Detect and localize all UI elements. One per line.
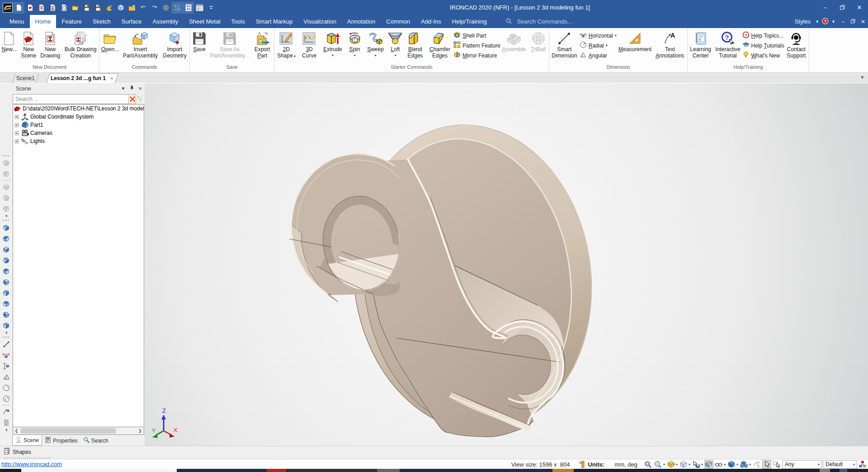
save-part-icon[interactable] [126,2,137,14]
blue-cube-4-icon[interactable] [1,255,12,266]
viewport-3d[interactable]: ZYX [145,83,868,446]
ribbon-button-open-[interactable]: Open... [99,29,121,53]
ribbon-button-2d-shape[interactable]: 2D Shape ▾ [274,29,298,59]
ribbon-tab-add-ins[interactable]: Add-Ins [415,15,447,28]
dropdown-caret-icon[interactable]: ▾ [749,462,751,467]
ironcad-link[interactable]: http://www.ironcad.com [1,461,62,467]
ribbon-button-help-topics-[interactable]: ?Help Topics... [742,32,784,39]
mdi-restore-button[interactable] [848,19,858,25]
ribbon-tab-help-training[interactable]: Help/Training [447,15,492,28]
note-tool-icon[interactable] [1,417,12,428]
ribbon-button-new-drawing[interactable]: New Drawing [38,29,62,59]
ribbon-button-spin[interactable]: Spin▾ [345,29,364,57]
tree-item-lights[interactable]: Lights [13,137,144,145]
ribbon-button-pattern-feature[interactable]: Pattern Feature [453,42,500,49]
ribbon-tab-assembly[interactable]: Assembly [147,15,184,28]
gray-tool-1-icon[interactable] [1,157,12,168]
ribbon-button-measurement[interactable]: Measurement [618,29,653,53]
zoom-window-icon[interactable] [644,460,653,469]
page-layout-icon[interactable] [183,2,194,14]
hdim-tool-icon[interactable] [1,350,12,361]
search-filter-icon[interactable] [136,94,144,104]
blue-cube-7-icon[interactable] [1,287,12,298]
ribbon-button-3d-curve[interactable]: 3D Curve [298,29,321,59]
styles-button[interactable]: Styles [795,18,811,25]
ribbon-button-bulk-drawing-creation[interactable]: Bulk Drawing Creation [62,29,99,59]
panel-tab-properties[interactable]: Properties [42,435,80,446]
render-icon[interactable] [104,2,115,14]
ribbon-tab-smart-markup[interactable]: Smart Markup [250,15,298,28]
ribbon-button-angular[interactable]: Angular [580,52,618,59]
command-search[interactable]: Search Commands... [506,15,572,28]
zoom-icon[interactable] [654,460,663,469]
ribbon-button-import-geometry[interactable]: Import Geometry [160,29,189,59]
blue-cube-2-icon[interactable] [1,233,12,244]
blue-cube-10-icon[interactable] [1,320,12,331]
glasses-icon[interactable] [714,460,723,469]
tab-close-icon[interactable]: × [108,76,117,81]
drawing-template-icon[interactable] [47,2,58,14]
white-cube-icon[interactable] [679,460,688,469]
ribbon-button-chamfer-edges[interactable]: Chamfer Edges [426,29,454,59]
dropdown-caret-icon[interactable]: ▾ [689,462,690,467]
ribbon-button-contact-support[interactable]: Contact Support [784,29,809,59]
selection-filter-combo[interactable]: Any▾ [782,460,822,469]
radius-tool-icon[interactable] [1,382,12,393]
doctab-overflow-icon[interactable]: ▼ [860,75,864,80]
document-tab-scene1[interactable]: Scene1 [14,73,38,83]
styles-dropdown-icon[interactable]: ▼ [815,19,819,24]
cursor-box-icon[interactable] [772,460,781,469]
cursor-icon[interactable] [762,460,771,469]
undo-icon[interactable] [137,2,149,14]
cubes-stack-icon[interactable] [740,460,749,469]
panel-tab-search[interactable]: Search [80,435,111,446]
ribbon-button-horizontal[interactable]: Horizontal▾ [580,32,618,39]
ribbon-button-save[interactable]: Save [190,29,209,53]
render-style-combo[interactable]: Default▾ [823,460,857,469]
dropdown-caret-icon[interactable]: ▾ [701,462,703,467]
help-icon[interactable]: ? [822,18,829,26]
page-refresh-icon[interactable] [58,2,70,14]
ribbon-button-learning-center[interactable]: Learning Center [688,29,713,59]
ribbon-button-smart-dimension[interactable]: Smart Dimension [549,29,580,59]
catalog-stars-icon[interactable] [171,2,183,14]
toolbar-collapse-icon[interactable] [1,214,12,219]
ribbon-tab-surface[interactable]: Surface [116,15,147,28]
scroll-right-icon[interactable]: ❯ [137,429,143,433]
shapes-tab[interactable]: Shapes [3,448,31,456]
blue-cube-9-icon[interactable] [1,309,12,320]
toolbar-grip[interactable] [1,335,12,339]
scroll-left-icon[interactable]: ❮ [13,429,20,433]
dropdown-caret-icon[interactable]: ▾ [724,462,726,467]
ribbon-tab-annotation[interactable]: Annotation [342,15,381,28]
minimize-button[interactable]: – [816,0,834,15]
document-tab-lesson-2-3d-g-fun-1[interactable]: Lesson 2 3d ...g fun 1× [48,73,117,83]
dropdown-caret-icon[interactable]: ▾ [676,462,678,467]
diameter-tool-icon[interactable] [1,393,12,404]
dropdown-caret-icon[interactable]: ▾ [736,462,738,467]
ribbon-button-help-tutorials[interactable]: Help Tutorials [742,42,784,49]
new-page-icon[interactable] [13,2,24,14]
panel-pin-icon[interactable] [127,86,136,91]
ribbon-button-radial[interactable]: Radial▾ [580,42,618,49]
new-drawing-icon[interactable] [36,2,47,14]
config-icon[interactable] [858,460,867,469]
chevron-down-icon[interactable]: ▾ [818,462,820,467]
blue-cube-8-icon[interactable] [1,298,12,309]
redo-icon[interactable] [149,2,160,14]
ribbon-button-shell-part[interactable]: Shell Part [453,32,500,39]
gray-arrow-icon[interactable] [752,460,761,469]
ribbon-button-what-s-new[interactable]: What's New [742,52,784,59]
ribbon-button-text-annotations[interactable]: AText Annotations [653,29,687,59]
panel-chevron-down-icon[interactable]: ▼ [119,86,127,91]
open-folder-icon[interactable] [70,2,81,14]
ribbon-button-sweep[interactable]: Sweep▾ [364,29,387,57]
yellow-cube-icon[interactable] [666,460,675,469]
ribbon-tab-home[interactable]: Home [30,15,57,28]
scroll-thumb[interactable] [21,428,116,434]
ribbon-tab-common[interactable]: Common [381,15,415,28]
restore-button[interactable] [834,0,851,15]
tree-item-cameras[interactable]: Cameras [13,129,144,137]
ribbon-button-mirror-feature[interactable]: Mirror Feature [453,52,500,59]
gray-tool-3-icon[interactable] [1,181,12,192]
